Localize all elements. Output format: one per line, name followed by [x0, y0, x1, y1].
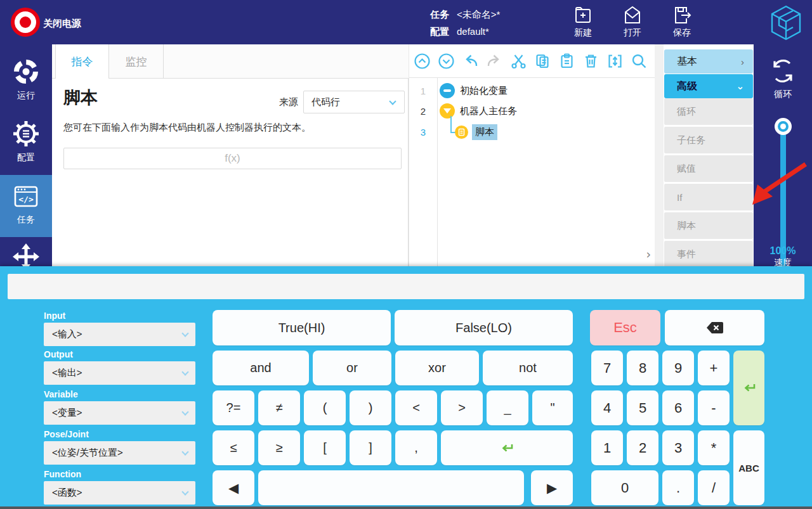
paste-icon[interactable] [558, 53, 575, 70]
key-cursor-left[interactable]: ◀ [213, 470, 254, 505]
key-1[interactable]: 1 [591, 430, 623, 465]
key-slash[interactable]: / [698, 470, 730, 505]
sidebar-item-task[interactable]: </> 任务 [0, 175, 52, 237]
new-task-button[interactable]: 新建 [558, 4, 608, 39]
save-task-button[interactable]: 保存 [657, 4, 707, 39]
delete-icon[interactable] [582, 53, 599, 70]
key-less-than[interactable]: < [395, 390, 437, 425]
keyboard-expression-input[interactable] [8, 274, 804, 299]
key-2[interactable]: 2 [627, 430, 658, 465]
tree-row-selected[interactable]: 3 脚本 [409, 122, 497, 141]
source-label: 来源 [279, 96, 298, 108]
selector-label-output: Output [44, 349, 73, 359]
key-space[interactable] [258, 470, 524, 505]
collapse-all-icon[interactable] [414, 53, 431, 70]
category-item-loop[interactable]: 循环 [664, 98, 753, 125]
key-abc-mode[interactable]: ABC [733, 430, 764, 505]
key-xor[interactable]: xor [395, 351, 479, 385]
key-0[interactable]: 0 [591, 470, 658, 505]
selector-label-variable: Variable [44, 389, 78, 399]
key-not-equal[interactable]: ≠ [258, 390, 300, 425]
sidebar-item-run[interactable]: 运行 [0, 57, 52, 101]
category-item-if[interactable]: If [664, 184, 753, 210]
tab-instruction[interactable]: 指令 [55, 44, 109, 79]
category-item-script[interactable]: 脚本 [664, 212, 753, 239]
key-asterisk[interactable]: * [698, 430, 730, 465]
selector-variable[interactable]: <变量> [44, 401, 195, 425]
search-icon[interactable] [631, 53, 648, 70]
key-or[interactable]: or [313, 351, 391, 385]
power-dot-icon [20, 16, 31, 28]
key-backspace[interactable] [665, 310, 764, 345]
replace-icon[interactable] [606, 53, 624, 70]
sidebar-item-config[interactable]: 配置 [0, 119, 52, 164]
chevron-down-icon [181, 408, 188, 415]
key-esc[interactable]: Esc [590, 310, 660, 345]
key-true-hi[interactable]: True(HI) [213, 310, 391, 345]
tree-node-label-selected: 脚本 [472, 124, 497, 140]
speed-value: 100% [754, 245, 812, 257]
source-dropdown[interactable]: 代码行 [303, 91, 405, 113]
category-group-basic[interactable]: 基本 › [664, 49, 753, 74]
key-not[interactable]: not [483, 351, 573, 385]
key-bracket-open[interactable]: [ [304, 430, 346, 465]
power-button[interactable] [11, 8, 40, 37]
key-false-lo[interactable]: False(LO) [395, 310, 573, 345]
key-paren-close[interactable]: ) [350, 390, 391, 425]
selector-input[interactable]: <输入> [44, 323, 195, 346]
undo-icon[interactable] [462, 53, 479, 70]
key-greater-equal[interactable]: ≥ [258, 430, 300, 465]
key-6[interactable]: 6 [662, 390, 694, 425]
key-enter-wide[interactable] [441, 430, 573, 465]
key-5[interactable]: 5 [627, 390, 658, 425]
key-enter-numpad[interactable] [733, 351, 764, 425]
selector-output[interactable]: <输出> [44, 361, 195, 385]
redo-icon[interactable] [486, 53, 503, 70]
key-quote[interactable]: " [532, 390, 573, 425]
key-greater-than[interactable]: > [441, 390, 483, 425]
key-bracket-close[interactable]: ] [350, 430, 391, 465]
save-task-label: 保存 [673, 27, 691, 39]
category-item-assignment[interactable]: 赋值 [664, 155, 753, 182]
open-task-icon [622, 4, 643, 26]
panel-splitter[interactable] [655, 44, 664, 266]
category-item-subtask[interactable]: 子任务 [664, 127, 753, 153]
key-assign-eq[interactable]: ?= [213, 390, 254, 425]
key-underscore[interactable]: _ [487, 390, 528, 425]
key-3[interactable]: 3 [662, 430, 694, 465]
panel-expand-chevron[interactable]: › [646, 247, 651, 261]
category-item-event[interactable]: 事件 [664, 241, 753, 267]
key-comma[interactable]: , [395, 430, 437, 465]
tab-monitor[interactable]: 监控 [109, 44, 164, 79]
enter-icon [742, 381, 757, 395]
category-group-advanced[interactable]: 高级 ⌄ [664, 74, 753, 98]
loop-icon[interactable] [769, 57, 797, 85]
expression-field[interactable]: f(x) [63, 148, 402, 169]
key-plus[interactable]: + [698, 351, 730, 385]
key-minus[interactable]: - [698, 390, 730, 425]
key-cursor-right[interactable]: ▶ [531, 470, 573, 505]
tree-row[interactable]: 2 机器人主任务 [409, 101, 517, 120]
key-paren-open[interactable]: ( [304, 390, 346, 425]
selector-function[interactable]: <函数> [44, 481, 195, 505]
key-period[interactable]: . [662, 470, 694, 505]
selector-pose-joint[interactable]: <位姿/关节位置> [44, 441, 195, 465]
key-and[interactable]: and [213, 351, 309, 385]
expand-all-icon[interactable] [438, 53, 455, 70]
key-7[interactable]: 7 [591, 351, 623, 385]
copy-icon[interactable] [534, 53, 551, 70]
source-value: 代码行 [311, 96, 340, 108]
top-bar: 关闭电源 任务<未命名>* 配置default* 新建 打开 [0, 0, 812, 44]
key-8[interactable]: 8 [627, 351, 658, 385]
key-less-equal[interactable]: ≤ [213, 430, 254, 465]
key-9[interactable]: 9 [662, 351, 694, 385]
virtual-keyboard: Input <输入> Output <输出> Variable <变量> Pos… [0, 266, 812, 509]
speed-slider-handle[interactable] [775, 118, 792, 135]
selector-label-function: Function [44, 469, 81, 479]
cut-icon[interactable] [510, 53, 527, 70]
config-value: default* [457, 26, 489, 37]
open-task-button[interactable]: 打开 [608, 4, 657, 39]
tree-row[interactable]: 1 初始化变量 [409, 81, 508, 100]
power-label: 关闭电源 [43, 18, 81, 30]
key-4[interactable]: 4 [591, 390, 623, 425]
